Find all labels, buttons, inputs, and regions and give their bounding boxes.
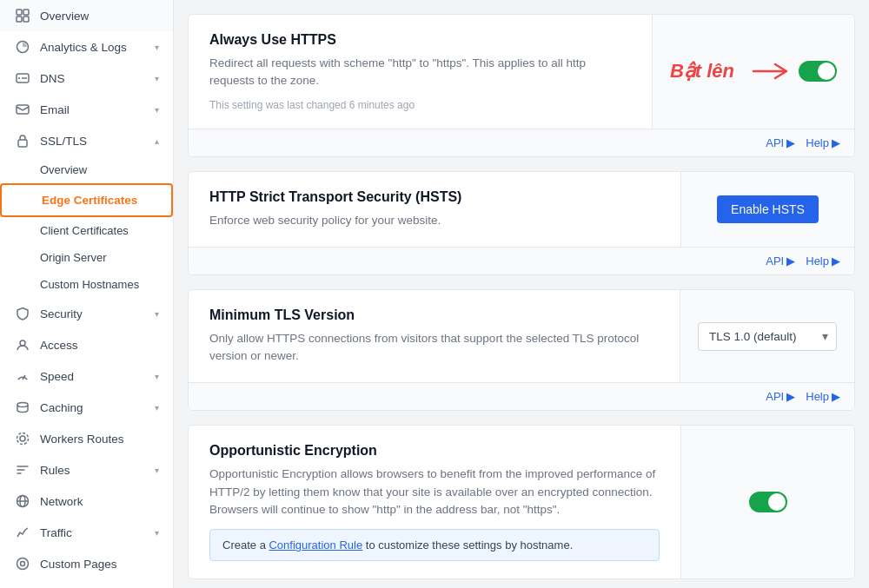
sidebar-item-label: Email — [40, 103, 155, 116]
card-footer: API ▶ Help ▶ — [189, 129, 854, 156]
sidebar-item-label: Overview — [40, 10, 159, 23]
lock-icon — [14, 134, 31, 148]
sidebar-sub-item-overview[interactable]: Overview — [0, 156, 173, 183]
arrow-icon: ▶ — [832, 390, 840, 403]
caching-icon — [14, 400, 31, 414]
workers-icon — [14, 432, 31, 446]
sidebar-sub-item-client-certs[interactable]: Client Certificates — [0, 217, 173, 244]
card-meta: This setting was last changed 6 minutes … — [209, 99, 631, 111]
card-description: Only allow HTTPS connections from visito… — [209, 330, 659, 366]
svg-point-18 — [17, 558, 29, 570]
custom-pages-icon — [14, 557, 31, 571]
sidebar-item-label: Analytics & Logs — [40, 41, 155, 54]
sidebar-item-email[interactable]: Email ▾ — [0, 94, 173, 125]
shield-icon — [14, 307, 31, 320]
access-icon — [14, 338, 31, 352]
sidebar-item-workers[interactable]: Workers Routes — [0, 423, 173, 454]
card-title: Minimum TLS Version — [209, 307, 659, 323]
card-content: Minimum TLS Version Only allow HTTPS con… — [189, 290, 680, 383]
sidebar-item-label: Rules — [40, 464, 155, 477]
sidebar-item-security[interactable]: Security ▾ — [0, 298, 173, 329]
chevron-down-icon: ▾ — [155, 105, 159, 115]
sidebar-item-overview[interactable]: Overview — [0, 0, 173, 31]
sidebar-item-custom-pages[interactable]: Custom Pages — [0, 548, 173, 579]
card-description: Opportunistic Encryption allows browsers… — [209, 466, 660, 519]
enable-hsts-button[interactable]: Enable HSTS — [717, 195, 819, 223]
card-footer: API ▶ Help ▶ — [189, 247, 854, 274]
card-action — [680, 426, 854, 578]
network-icon — [14, 494, 31, 508]
help-link[interactable]: Help ▶ — [806, 136, 840, 149]
sidebar-item-label: Speed — [40, 370, 155, 383]
help-link[interactable]: Help ▶ — [806, 390, 840, 403]
card-action: Bật lên — [652, 15, 854, 129]
sidebar-item-label: Security — [40, 307, 155, 320]
sidebar-item-speed[interactable]: Speed ▾ — [0, 360, 173, 392]
hsts-card: HTTP Strict Transport Security (HSTS) En… — [188, 171, 855, 275]
svg-point-14 — [17, 433, 29, 445]
configuration-rule-link[interactable]: Configuration Rule — [269, 538, 362, 552]
card-content: Always Use HTTPS Redirect all requests w… — [189, 15, 652, 129]
svg-rect-9 — [18, 140, 27, 147]
chevron-down-icon: ▾ — [155, 528, 159, 538]
sidebar-sub-item-label: Client Certificates — [40, 224, 129, 237]
api-link[interactable]: API ▶ — [766, 390, 795, 403]
grid-icon — [14, 9, 31, 23]
card-action: Enable HSTS — [680, 172, 854, 247]
sidebar-item-analytics[interactable]: Analytics & Logs ▾ — [0, 31, 173, 63]
sidebar-item-label: Workers Routes — [40, 433, 159, 446]
sidebar-item-network[interactable]: Network — [0, 486, 173, 517]
card-footer: API ▶ Help ▶ — [189, 382, 854, 410]
card-title: HTTP Strict Transport Security (HSTS) — [209, 189, 660, 205]
sidebar-item-edge-certificates[interactable]: Edge Certificates — [0, 183, 173, 217]
sidebar-item-access[interactable]: Access — [0, 329, 173, 360]
chevron-down-icon: ▾ — [155, 74, 159, 83]
sidebar-item-traffic[interactable]: Traffic ▾ — [0, 517, 173, 548]
svg-rect-1 — [23, 10, 29, 15]
always-use-https-toggle[interactable] — [799, 61, 837, 82]
opportunistic-encryption-card: Opportunistic Encryption Opportunistic E… — [188, 425, 855, 579]
card-body: Opportunistic Encryption Opportunistic E… — [189, 426, 854, 578]
tls-version-select[interactable]: TLS 1.0 (default) TLS 1.1 TLS 1.2 TLS 1.… — [698, 322, 837, 351]
card-action: TLS 1.0 (default) TLS 1.1 TLS 1.2 TLS 1.… — [680, 290, 854, 383]
chart-icon — [14, 40, 31, 54]
sidebar-sub-item-label: Custom Hostnames — [40, 278, 139, 291]
arrow-icon: ▶ — [832, 254, 840, 268]
help-link[interactable]: Help ▶ — [806, 254, 840, 268]
sidebar-sub-item-custom-hostnames[interactable]: Custom Hostnames — [0, 271, 173, 298]
rules-icon — [14, 463, 31, 477]
opportunistic-encryption-toggle[interactable] — [749, 492, 787, 512]
dns-icon — [14, 71, 31, 85]
sidebar-item-dns[interactable]: DNS ▾ — [0, 63, 173, 94]
api-link[interactable]: API ▶ — [766, 254, 795, 268]
sidebar-sub-item-origin-server[interactable]: Origin Server — [0, 244, 173, 271]
svg-rect-0 — [17, 10, 22, 15]
svg-point-12 — [17, 403, 28, 407]
annotation-text: Bật lên — [670, 60, 734, 83]
sidebar-item-apps[interactable]: Apps — [0, 579, 173, 588]
email-icon — [14, 102, 31, 116]
card-description: Enforce web security policy for your web… — [209, 212, 660, 229]
card-content: HTTP Strict Transport Security (HSTS) En… — [189, 172, 680, 247]
sidebar-item-rules[interactable]: Rules ▾ — [0, 454, 173, 486]
sidebar-item-caching[interactable]: Caching ▾ — [0, 392, 173, 423]
main-content: Always Use HTTPS Redirect all requests w… — [174, 0, 869, 588]
card-body: HTTP Strict Transport Security (HSTS) En… — [189, 172, 854, 247]
always-use-https-card: Always Use HTTPS Redirect all requests w… — [188, 14, 855, 157]
sidebar-sub-item-label: Edge Certificates — [42, 194, 137, 207]
svg-point-19 — [21, 562, 25, 566]
sidebar-item-ssl[interactable]: SSL/TLS ▴ — [0, 125, 173, 156]
sidebar-item-label: Network — [40, 495, 159, 508]
sidebar-item-label: Traffic — [40, 526, 155, 539]
tls-version-select-wrapper: TLS 1.0 (default) TLS 1.1 TLS 1.2 TLS 1.… — [698, 322, 837, 351]
traffic-icon — [14, 525, 31, 539]
card-body: Minimum TLS Version Only allow HTTPS con… — [189, 290, 854, 383]
arrow-icon: ▶ — [786, 390, 795, 403]
chevron-down-icon: ▾ — [155, 309, 159, 319]
api-link[interactable]: API ▶ — [766, 136, 795, 149]
chevron-down-icon: ▾ — [155, 403, 159, 413]
chevron-down-icon: ▾ — [155, 43, 159, 52]
min-tls-card: Minimum TLS Version Only allow HTTPS con… — [188, 289, 855, 412]
svg-point-13 — [20, 436, 25, 441]
sidebar-item-label: Caching — [40, 401, 155, 414]
